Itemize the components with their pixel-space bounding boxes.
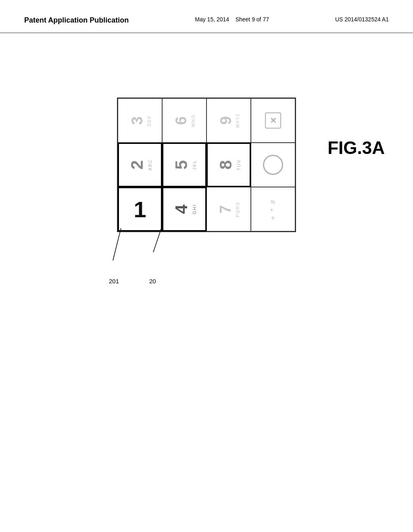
zero-circle xyxy=(263,155,283,175)
key-1-number: 1 xyxy=(133,196,146,222)
keypad: 3 DEF 6 MNO 9 WXYZ xyxy=(117,98,296,232)
key-4-number: 4 xyxy=(172,204,191,214)
key-1-content: 1 xyxy=(133,196,146,222)
publication-date: May 15, 2014 xyxy=(195,16,229,23)
sheet-info: Sheet 9 of 77 xyxy=(236,16,269,23)
key-6-content: 6 MNO xyxy=(173,114,196,127)
key-symbols-content: + * # xyxy=(269,199,277,220)
callout-20: 20 xyxy=(149,278,156,285)
key-0-content xyxy=(263,155,283,175)
key-3-number: 3 xyxy=(129,116,146,125)
callout-lines-svg xyxy=(101,228,202,272)
key-5-letters: JKL xyxy=(192,160,197,170)
key-3-letters: DEF xyxy=(147,115,152,126)
key-8-letters: TUV xyxy=(236,159,241,170)
key-2-letters: ABC xyxy=(148,159,152,171)
key-1[interactable]: 1 xyxy=(118,187,162,231)
key-2-content: 2 ABC xyxy=(127,159,152,171)
key-6-number: 6 xyxy=(173,116,190,125)
key-7-number: 7 xyxy=(217,205,235,213)
figure-label-container: FIG.3A xyxy=(327,138,385,158)
key-2-number: 2 xyxy=(127,160,147,169)
key-9-number: 9 xyxy=(217,116,235,125)
figure-label: FIG.3A xyxy=(327,138,385,158)
key-4-content: 4 GHI xyxy=(172,204,197,214)
key-symbols-text: + * # xyxy=(269,199,277,220)
key-symbols[interactable]: + * # xyxy=(251,187,295,231)
key-8[interactable]: 8 TUV xyxy=(206,143,251,187)
key-3-content: 3 DEF xyxy=(129,115,152,126)
key-0[interactable] xyxy=(251,143,295,187)
key-8-number: 8 xyxy=(216,160,236,169)
key-backspace-content: ✕ xyxy=(265,112,281,129)
key-8-content: 8 TUV xyxy=(216,159,241,170)
key-9-content: 9 WXYZ xyxy=(217,113,240,128)
keypad-wrapper: 3 DEF 6 MNO 9 WXYZ xyxy=(117,98,296,232)
svg-line-0 xyxy=(113,228,121,260)
main-content: 3 DEF 6 MNO 9 WXYZ xyxy=(0,33,413,232)
key-7-letters: PQRS xyxy=(236,201,240,217)
key-9[interactable]: 9 WXYZ xyxy=(206,98,251,143)
key-4[interactable]: 4 GHI xyxy=(162,187,206,231)
key-9-letters: WXYZ xyxy=(236,113,240,128)
key-5-number: 5 xyxy=(172,160,191,169)
diagram-container: 3 DEF 6 MNO 9 WXYZ xyxy=(117,98,296,232)
key-7[interactable]: 7 PQRS xyxy=(206,187,251,231)
key-6[interactable]: 6 MNO xyxy=(162,98,206,143)
page-header: Patent Application Publication May 15, 2… xyxy=(0,0,413,33)
key-backspace[interactable]: ✕ xyxy=(251,98,295,143)
publication-date-sheet: May 15, 2014 Sheet 9 of 77 xyxy=(195,16,269,23)
key-4-letters: GHI xyxy=(192,204,197,214)
key-5[interactable]: 5 JKL xyxy=(162,143,206,187)
svg-line-1 xyxy=(153,228,161,252)
callout-201: 201 xyxy=(109,278,119,285)
key-6-letters: MNO xyxy=(191,114,196,127)
publication-title: Patent Application Publication xyxy=(24,16,129,25)
patent-number: US 2014/0132524 A1 xyxy=(335,16,389,23)
key-2[interactable]: 2 ABC xyxy=(118,143,162,187)
key-7-content: 7 PQRS xyxy=(217,201,240,217)
key-5-content: 5 JKL xyxy=(172,160,197,170)
key-3[interactable]: 3 DEF xyxy=(118,98,162,143)
backspace-icon: ✕ xyxy=(265,112,281,129)
